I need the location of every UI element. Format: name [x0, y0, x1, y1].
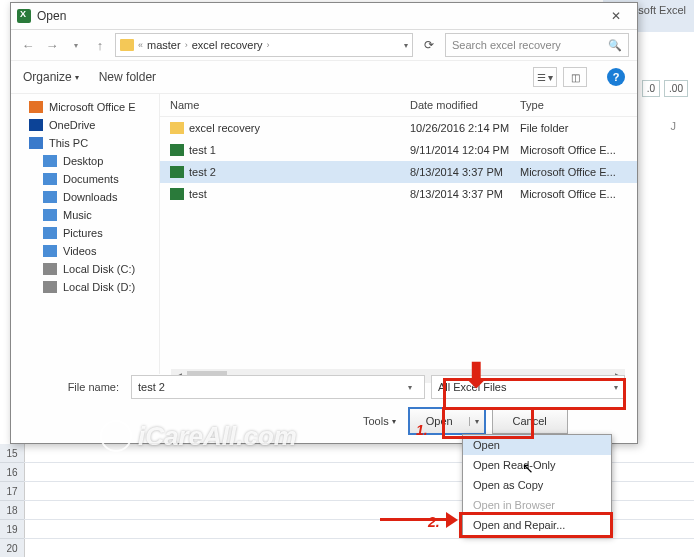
- sidebar-item[interactable]: Documents: [11, 170, 159, 188]
- folder-icon: [43, 209, 57, 221]
- excel-row-header[interactable]: 19: [0, 520, 24, 539]
- excel-row-header[interactable]: 15: [0, 444, 24, 463]
- menu-item[interactable]: Open as Copy: [463, 475, 611, 495]
- mouse-cursor-icon: ↖: [522, 460, 534, 476]
- folder-icon: [43, 281, 57, 293]
- breadcrumb-segment[interactable]: excel recovery: [192, 39, 263, 51]
- excel-row-header[interactable]: 18: [0, 501, 24, 520]
- refresh-icon[interactable]: ⟳: [419, 35, 439, 55]
- sidebar-item[interactable]: Local Disk (C:): [11, 260, 159, 278]
- filename-label: File name:: [23, 381, 125, 393]
- nav-forward-icon[interactable]: →: [43, 36, 61, 54]
- help-icon[interactable]: ?: [607, 68, 625, 86]
- sidebar-item[interactable]: Pictures: [11, 224, 159, 242]
- preview-pane-icon[interactable]: ◫: [563, 67, 587, 87]
- folder-icon: [43, 245, 57, 257]
- navigation-pane: Microsoft Office EOneDriveThis PCDesktop…: [11, 94, 160, 374]
- view-mode-icon[interactable]: ☰ ▾: [533, 67, 557, 87]
- sidebar-item[interactable]: Videos: [11, 242, 159, 260]
- dialog-title: Open: [37, 9, 601, 23]
- breadcrumb-segment[interactable]: master: [147, 39, 181, 51]
- file-row[interactable]: excel recovery10/26/2016 2:14 PMFile fol…: [160, 117, 637, 139]
- folder-icon: [43, 191, 57, 203]
- watermark: iCareAll.com: [100, 420, 297, 452]
- folder-icon: [43, 173, 57, 185]
- excel-file-icon: [170, 144, 184, 156]
- file-row[interactable]: test8/13/2014 3:37 PMMicrosoft Office E.…: [160, 183, 637, 205]
- filename-input[interactable]: test 2 ▾: [131, 375, 425, 399]
- chevron-down-icon[interactable]: ▾: [402, 383, 418, 392]
- sidebar-item[interactable]: Desktop: [11, 152, 159, 170]
- annotation-number: 1.: [416, 422, 428, 438]
- column-type-header[interactable]: Type: [520, 99, 637, 111]
- excel-row-header[interactable]: 17: [0, 482, 24, 501]
- address-bar[interactable]: « master › excel recovery › ▾: [115, 33, 413, 57]
- folder-icon: [43, 155, 57, 167]
- highlight-box: [442, 407, 534, 439]
- menu-item[interactable]: Open Read-Only: [463, 455, 611, 475]
- folder-icon: [43, 227, 57, 239]
- folder-icon: [29, 101, 43, 113]
- organize-menu[interactable]: Organize ▾: [23, 70, 79, 84]
- excel-column-header: J: [671, 120, 677, 132]
- new-folder-button[interactable]: New folder: [99, 70, 156, 84]
- watermark-logo-icon: [100, 420, 132, 452]
- search-icon: 🔍: [608, 39, 622, 52]
- sidebar-item[interactable]: OneDrive: [11, 116, 159, 134]
- excel-icon: [17, 9, 31, 23]
- nav-recent-icon[interactable]: ▾: [67, 36, 85, 54]
- tools-menu[interactable]: Tools ▾: [363, 415, 396, 427]
- column-name-header[interactable]: Name: [160, 99, 410, 111]
- arrow-down-icon: ⬇: [462, 358, 490, 392]
- folder-icon: [120, 39, 134, 51]
- file-row[interactable]: test 19/11/2014 12:04 PMMicrosoft Office…: [160, 139, 637, 161]
- folder-icon: [43, 263, 57, 275]
- excel-number-group: .0.00: [642, 80, 688, 97]
- excel-file-icon: [170, 166, 184, 178]
- close-button[interactable]: ✕: [601, 6, 631, 26]
- excel-file-icon: [170, 188, 184, 200]
- sidebar-item[interactable]: Local Disk (D:): [11, 278, 159, 296]
- search-input[interactable]: Search excel recovery 🔍: [445, 33, 629, 57]
- sidebar-item[interactable]: This PC: [11, 134, 159, 152]
- folder-icon: [29, 119, 43, 131]
- sidebar-item[interactable]: Downloads: [11, 188, 159, 206]
- file-row[interactable]: test 28/13/2014 3:37 PMMicrosoft Office …: [160, 161, 637, 183]
- column-date-header[interactable]: Date modified: [410, 99, 520, 111]
- highlight-box: [459, 512, 613, 538]
- nav-up-icon[interactable]: ↑: [91, 36, 109, 54]
- nav-back-icon[interactable]: ←: [19, 36, 37, 54]
- excel-row-header[interactable]: 20: [0, 539, 24, 557]
- sidebar-item[interactable]: Music: [11, 206, 159, 224]
- sidebar-item[interactable]: Microsoft Office E: [11, 98, 159, 116]
- annotation-number: 2.: [428, 514, 440, 530]
- search-placeholder: Search excel recovery: [452, 39, 561, 51]
- folder-icon: [170, 122, 184, 134]
- folder-icon: [29, 137, 43, 149]
- excel-row-header[interactable]: 16: [0, 463, 24, 482]
